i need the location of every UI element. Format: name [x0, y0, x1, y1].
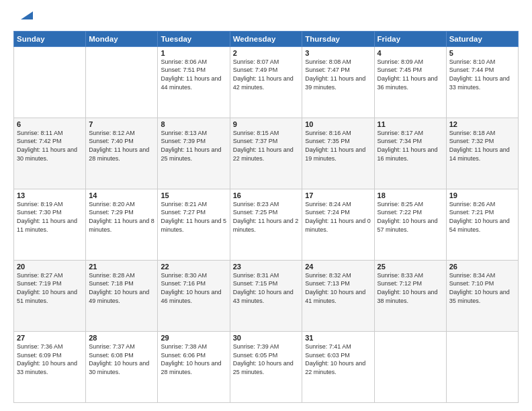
- calendar-cell: 11Sunrise: 8:17 AM Sunset: 7:34 PM Dayli…: [374, 118, 446, 189]
- calendar-cell: 19Sunrise: 8:26 AM Sunset: 7:21 PM Dayli…: [446, 189, 518, 260]
- calendar-cell: 3Sunrise: 8:08 AM Sunset: 7:47 PM Daylig…: [302, 46, 374, 118]
- day-info: Sunrise: 8:31 AM Sunset: 7:15 PM Dayligh…: [233, 271, 300, 305]
- day-number: 22: [161, 263, 226, 271]
- weekday-header-thursday: Thursday: [302, 31, 374, 46]
- calendar-week-row: 6Sunrise: 8:11 AM Sunset: 7:42 PM Daylig…: [14, 118, 519, 189]
- day-info: Sunrise: 8:20 AM Sunset: 7:29 PM Dayligh…: [89, 200, 154, 234]
- calendar-cell: 20Sunrise: 8:27 AM Sunset: 7:19 PM Dayli…: [14, 260, 86, 331]
- calendar-cell: 18Sunrise: 8:25 AM Sunset: 7:22 PM Dayli…: [374, 189, 446, 260]
- day-info: Sunrise: 8:18 AM Sunset: 7:32 PM Dayligh…: [449, 129, 515, 163]
- day-info: Sunrise: 8:06 AM Sunset: 7:51 PM Dayligh…: [161, 58, 226, 91]
- day-number: 19: [449, 191, 515, 199]
- day-number: 23: [233, 263, 300, 271]
- day-info: Sunrise: 7:36 AM Sunset: 6:09 PM Dayligh…: [17, 342, 83, 376]
- day-number: 14: [89, 191, 154, 199]
- calendar-cell: 5Sunrise: 8:10 AM Sunset: 7:44 PM Daylig…: [446, 46, 518, 118]
- day-info: Sunrise: 8:21 AM Sunset: 7:27 PM Dayligh…: [161, 200, 226, 234]
- day-number: 17: [305, 191, 371, 199]
- day-info: Sunrise: 8:17 AM Sunset: 7:34 PM Dayligh…: [378, 129, 443, 163]
- day-number: 4: [378, 49, 443, 57]
- calendar-cell: 8Sunrise: 8:13 AM Sunset: 7:39 PM Daylig…: [158, 118, 230, 189]
- day-info: Sunrise: 8:26 AM Sunset: 7:21 PM Dayligh…: [449, 200, 515, 234]
- day-number: 30: [233, 334, 300, 342]
- day-number: 18: [378, 191, 443, 199]
- calendar-week-row: 27Sunrise: 7:36 AM Sunset: 6:09 PM Dayli…: [14, 331, 519, 402]
- day-number: 13: [17, 191, 83, 199]
- day-number: 11: [378, 120, 443, 128]
- calendar-cell: 14Sunrise: 8:20 AM Sunset: 7:29 PM Dayli…: [86, 189, 158, 260]
- calendar-cell: 26Sunrise: 8:34 AM Sunset: 7:10 PM Dayli…: [446, 260, 518, 331]
- day-number: 5: [449, 49, 515, 57]
- calendar-cell: 10Sunrise: 8:16 AM Sunset: 7:35 PM Dayli…: [302, 118, 374, 189]
- day-number: 15: [161, 191, 226, 199]
- calendar-cell: 12Sunrise: 8:18 AM Sunset: 7:32 PM Dayli…: [446, 118, 518, 189]
- calendar-page: SundayMondayTuesdayWednesdayThursdayFrid…: [0, 0, 532, 411]
- calendar-cell: 24Sunrise: 8:32 AM Sunset: 7:13 PM Dayli…: [302, 260, 374, 331]
- calendar-week-row: 20Sunrise: 8:27 AM Sunset: 7:19 PM Dayli…: [14, 260, 519, 331]
- day-number: 6: [17, 120, 83, 128]
- day-info: Sunrise: 8:11 AM Sunset: 7:42 PM Dayligh…: [17, 129, 83, 163]
- calendar-cell: 13Sunrise: 8:19 AM Sunset: 7:30 PM Dayli…: [14, 189, 86, 260]
- day-number: 10: [305, 120, 371, 128]
- day-info: Sunrise: 8:28 AM Sunset: 7:18 PM Dayligh…: [89, 271, 154, 305]
- calendar-cell: [446, 331, 518, 402]
- calendar-cell: 17Sunrise: 8:24 AM Sunset: 7:24 PM Dayli…: [302, 189, 374, 260]
- day-number: 21: [89, 263, 154, 271]
- day-number: 8: [161, 120, 226, 128]
- day-info: Sunrise: 8:27 AM Sunset: 7:19 PM Dayligh…: [17, 271, 83, 305]
- calendar-cell: 28Sunrise: 7:37 AM Sunset: 6:08 PM Dayli…: [86, 331, 158, 402]
- day-number: 12: [449, 120, 515, 128]
- weekday-header-wednesday: Wednesday: [230, 31, 302, 46]
- day-info: Sunrise: 8:23 AM Sunset: 7:25 PM Dayligh…: [233, 200, 300, 234]
- weekday-header-friday: Friday: [374, 31, 446, 46]
- day-info: Sunrise: 7:38 AM Sunset: 6:06 PM Dayligh…: [161, 342, 226, 376]
- day-info: Sunrise: 8:10 AM Sunset: 7:44 PM Dayligh…: [449, 58, 515, 91]
- day-number: 9: [233, 120, 300, 128]
- day-info: Sunrise: 8:09 AM Sunset: 7:45 PM Dayligh…: [378, 58, 443, 91]
- calendar-cell: [374, 331, 446, 402]
- day-info: Sunrise: 8:07 AM Sunset: 7:49 PM Dayligh…: [233, 58, 300, 91]
- calendar-cell: 1Sunrise: 8:06 AM Sunset: 7:51 PM Daylig…: [158, 46, 230, 118]
- day-number: 28: [89, 334, 154, 342]
- day-info: Sunrise: 8:08 AM Sunset: 7:47 PM Dayligh…: [305, 58, 371, 91]
- day-info: Sunrise: 8:25 AM Sunset: 7:22 PM Dayligh…: [378, 200, 443, 234]
- calendar-cell: 4Sunrise: 8:09 AM Sunset: 7:45 PM Daylig…: [374, 46, 446, 118]
- weekday-header-row: SundayMondayTuesdayWednesdayThursdayFrid…: [14, 31, 519, 46]
- day-number: 24: [305, 263, 371, 271]
- day-info: Sunrise: 8:32 AM Sunset: 7:13 PM Dayligh…: [305, 271, 371, 305]
- calendar-cell: 7Sunrise: 8:12 AM Sunset: 7:40 PM Daylig…: [86, 118, 158, 189]
- day-info: Sunrise: 8:34 AM Sunset: 7:10 PM Dayligh…: [449, 271, 515, 305]
- day-info: Sunrise: 8:30 AM Sunset: 7:16 PM Dayligh…: [161, 271, 226, 305]
- calendar-cell: [86, 46, 158, 118]
- logo-icon: [15, 6, 33, 24]
- day-number: 16: [233, 191, 300, 199]
- svg-marker-0: [21, 11, 33, 19]
- day-number: 1: [161, 49, 226, 57]
- day-info: Sunrise: 8:16 AM Sunset: 7:35 PM Dayligh…: [305, 129, 371, 163]
- calendar-week-row: 1Sunrise: 8:06 AM Sunset: 7:51 PM Daylig…: [14, 46, 519, 118]
- calendar-cell: 2Sunrise: 8:07 AM Sunset: 7:49 PM Daylig…: [230, 46, 302, 118]
- weekday-header-monday: Monday: [86, 31, 158, 46]
- calendar-cell: 31Sunrise: 7:41 AM Sunset: 6:03 PM Dayli…: [302, 331, 374, 402]
- day-info: Sunrise: 8:15 AM Sunset: 7:37 PM Dayligh…: [233, 129, 300, 163]
- logo: [13, 11, 33, 24]
- day-number: 29: [161, 334, 226, 342]
- day-info: Sunrise: 8:24 AM Sunset: 7:24 PM Dayligh…: [305, 200, 371, 234]
- calendar-cell: 6Sunrise: 8:11 AM Sunset: 7:42 PM Daylig…: [14, 118, 86, 189]
- day-info: Sunrise: 8:33 AM Sunset: 7:12 PM Dayligh…: [378, 271, 443, 305]
- day-number: 7: [89, 120, 154, 128]
- calendar-cell: 22Sunrise: 8:30 AM Sunset: 7:16 PM Dayli…: [158, 260, 230, 331]
- day-number: 20: [17, 263, 83, 271]
- day-info: Sunrise: 7:39 AM Sunset: 6:05 PM Dayligh…: [233, 342, 300, 376]
- calendar-cell: 16Sunrise: 8:23 AM Sunset: 7:25 PM Dayli…: [230, 189, 302, 260]
- day-number: 3: [305, 49, 371, 57]
- day-number: 26: [449, 263, 515, 271]
- day-number: 2: [233, 49, 300, 57]
- calendar-cell: 29Sunrise: 7:38 AM Sunset: 6:06 PM Dayli…: [158, 331, 230, 402]
- day-info: Sunrise: 7:37 AM Sunset: 6:08 PM Dayligh…: [89, 342, 154, 376]
- calendar-week-row: 13Sunrise: 8:19 AM Sunset: 7:30 PM Dayli…: [14, 189, 519, 260]
- calendar-cell: 23Sunrise: 8:31 AM Sunset: 7:15 PM Dayli…: [230, 260, 302, 331]
- day-info: Sunrise: 7:41 AM Sunset: 6:03 PM Dayligh…: [305, 342, 371, 376]
- day-info: Sunrise: 8:13 AM Sunset: 7:39 PM Dayligh…: [161, 129, 226, 163]
- calendar-cell: 25Sunrise: 8:33 AM Sunset: 7:12 PM Dayli…: [374, 260, 446, 331]
